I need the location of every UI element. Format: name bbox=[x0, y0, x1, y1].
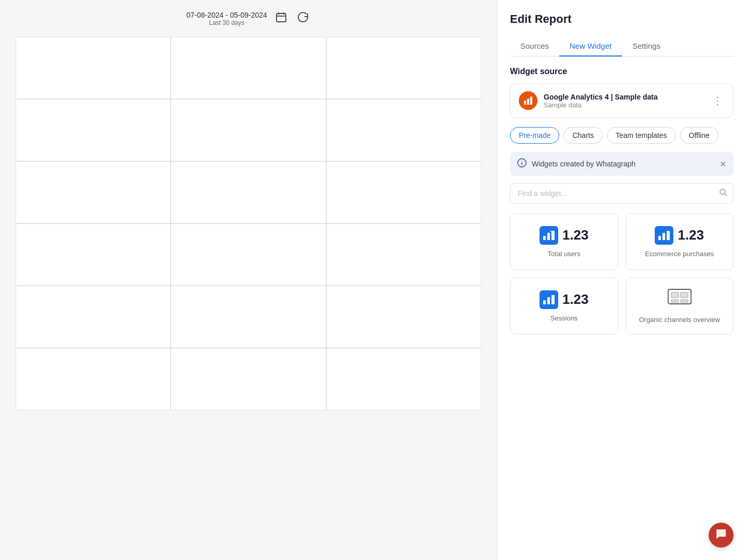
svg-point-9 bbox=[521, 161, 522, 162]
svg-rect-0 bbox=[277, 13, 286, 22]
chat-button[interactable] bbox=[709, 523, 734, 548]
svg-rect-24 bbox=[681, 292, 688, 298]
svg-rect-18 bbox=[667, 231, 670, 240]
tab-settings[interactable]: Settings bbox=[622, 36, 671, 57]
calendar-button[interactable] bbox=[273, 9, 289, 27]
widget-label-organic: Organic channels overview bbox=[639, 316, 720, 324]
date-range-text: 07-08-2024 - 05-09-2024 bbox=[186, 11, 267, 19]
svg-rect-19 bbox=[543, 300, 546, 304]
date-range: 07-08-2024 - 05-09-2024 Last 30 days bbox=[186, 11, 267, 26]
chip-charts[interactable]: Charts bbox=[563, 127, 602, 144]
monitor-icon bbox=[667, 288, 692, 311]
source-icon bbox=[519, 91, 537, 110]
chip-offline[interactable]: Offline bbox=[680, 127, 719, 144]
source-sub: Sample data bbox=[544, 101, 710, 109]
widget-value-sessions: 1.23 bbox=[562, 291, 589, 307]
widget-grid: 1.23 Total users 1.23 bbox=[510, 213, 734, 334]
report-grid bbox=[0, 37, 497, 410]
left-panel: 07-08-2024 - 05-09-2024 Last 30 days bbox=[0, 0, 497, 560]
grid-cell bbox=[16, 286, 171, 348]
grid-cell bbox=[326, 286, 481, 348]
search-icon bbox=[719, 189, 727, 198]
panel-body: Widget source Google Analytics 4 | Sampl… bbox=[498, 57, 746, 560]
grid-cell bbox=[326, 99, 481, 161]
top-bar: 07-08-2024 - 05-09-2024 Last 30 days bbox=[0, 0, 497, 37]
widget-preview: 1.23 bbox=[540, 290, 589, 309]
svg-line-11 bbox=[725, 194, 727, 196]
widget-label-ecommerce: Ecommerce purchases bbox=[645, 250, 714, 258]
info-close-button[interactable]: ✕ bbox=[720, 159, 726, 169]
source-info: Google Analytics 4 | Sample data Sample … bbox=[544, 93, 710, 109]
tab-sources[interactable]: Sources bbox=[510, 36, 559, 57]
widget-chart-icon bbox=[540, 290, 558, 309]
chip-team-templates[interactable]: Team templates bbox=[607, 127, 676, 144]
source-name: Google Analytics 4 | Sample data bbox=[544, 93, 710, 101]
chip-premade[interactable]: Pre-made bbox=[510, 127, 559, 144]
grid-cell bbox=[326, 348, 481, 410]
svg-rect-4 bbox=[524, 101, 526, 105]
grid-cell bbox=[16, 99, 171, 161]
info-banner: Widgets created by Whatagraph ✕ bbox=[510, 152, 734, 176]
svg-rect-25 bbox=[671, 300, 679, 302]
grid-cell bbox=[171, 161, 326, 223]
filter-chips: Pre-made Charts Team templates Offline bbox=[510, 127, 734, 144]
panel-title: Edit Report bbox=[510, 12, 734, 26]
search-input[interactable] bbox=[510, 183, 734, 204]
widget-preview bbox=[667, 288, 692, 311]
search-button[interactable] bbox=[719, 188, 727, 199]
svg-rect-12 bbox=[543, 236, 546, 240]
svg-point-10 bbox=[720, 189, 725, 194]
grid-cell bbox=[16, 37, 171, 99]
tab-new-widget[interactable]: New Widget bbox=[559, 36, 622, 57]
widget-chart-icon bbox=[655, 226, 673, 245]
widget-label-total-users: Total users bbox=[548, 250, 581, 258]
refresh-icon bbox=[297, 11, 309, 25]
widget-card-total-users[interactable]: 1.23 Total users bbox=[510, 213, 618, 270]
widget-chart-icon bbox=[540, 226, 558, 245]
svg-rect-6 bbox=[530, 96, 532, 105]
svg-rect-23 bbox=[671, 292, 679, 298]
svg-rect-21 bbox=[551, 295, 555, 304]
chat-icon bbox=[715, 528, 727, 542]
date-subtitle: Last 30 days bbox=[186, 19, 267, 26]
grid-cell bbox=[171, 286, 326, 348]
svg-rect-20 bbox=[547, 297, 550, 304]
svg-rect-26 bbox=[681, 300, 688, 302]
refresh-button[interactable] bbox=[295, 9, 311, 27]
info-icon bbox=[517, 158, 527, 170]
widget-value-total-users: 1.23 bbox=[562, 227, 589, 243]
tabs-bar: Sources New Widget Settings bbox=[510, 36, 734, 57]
grid-cell bbox=[16, 161, 171, 223]
widget-card-ecommerce[interactable]: 1.23 Ecommerce purchases bbox=[626, 213, 734, 270]
source-card: Google Analytics 4 | Sample data Sample … bbox=[510, 83, 734, 118]
widget-source-title: Widget source bbox=[510, 67, 734, 76]
grid-cell bbox=[171, 99, 326, 161]
widget-card-sessions[interactable]: 1.23 Sessions bbox=[510, 277, 618, 334]
svg-rect-13 bbox=[547, 233, 550, 240]
grid-cell bbox=[326, 223, 481, 286]
widget-preview: 1.23 bbox=[540, 226, 589, 245]
svg-rect-15 bbox=[551, 231, 555, 240]
search-wrapper bbox=[510, 183, 734, 204]
grid-cell bbox=[326, 161, 481, 223]
svg-rect-17 bbox=[662, 233, 665, 240]
grid-cell bbox=[171, 348, 326, 410]
calendar-icon bbox=[275, 11, 287, 25]
info-banner-text: Widgets created by Whatagraph bbox=[532, 160, 714, 168]
widget-label-sessions: Sessions bbox=[550, 314, 578, 322]
widget-value-ecommerce: 1.23 bbox=[678, 227, 704, 243]
svg-rect-16 bbox=[658, 236, 661, 240]
grid-cell bbox=[171, 223, 326, 286]
widget-preview: 1.23 bbox=[655, 226, 704, 245]
grid-cell bbox=[326, 37, 481, 99]
grid-cell bbox=[16, 223, 171, 286]
grid-cell bbox=[16, 348, 171, 410]
svg-rect-5 bbox=[527, 99, 529, 105]
source-menu-button[interactable]: ⋮ bbox=[710, 92, 725, 109]
right-panel: Edit Report Sources New Widget Settings … bbox=[497, 0, 746, 560]
widget-card-organic[interactable]: Organic channels overview bbox=[626, 277, 734, 334]
panel-header: Edit Report Sources New Widget Settings bbox=[498, 0, 746, 57]
grid-cell bbox=[171, 37, 326, 99]
